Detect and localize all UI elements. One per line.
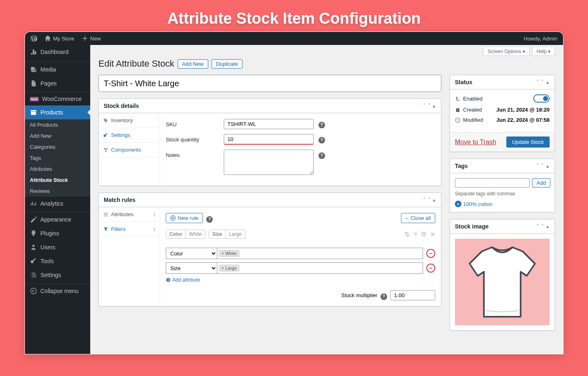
sidebar: Dashboard Media Pages wooWooCommerce Pro…: [25, 45, 90, 354]
delete-row-button[interactable]: –: [426, 264, 435, 273]
notes-input[interactable]: [224, 150, 314, 175]
user-link[interactable]: Howdy, Admin: [521, 36, 560, 42]
close-all-button[interactable]: – Close all: [401, 213, 435, 223]
qty-help-icon[interactable]: [318, 137, 325, 143]
sidebar-collapse[interactable]: Collapse menu: [25, 284, 90, 298]
add-new-button[interactable]: Add New: [178, 59, 208, 69]
rules-help-icon[interactable]: [206, 216, 213, 223]
sidebar-item-appearance[interactable]: Appearance: [25, 213, 90, 226]
sidebar-sub-all-products[interactable]: All Products: [25, 119, 90, 130]
duplicate-button[interactable]: Duplicate: [212, 59, 243, 69]
sidebar-sub-reviews[interactable]: Reviews: [25, 186, 90, 197]
analytics-icon: [30, 200, 37, 207]
wordpress-icon: [31, 35, 37, 42]
dashboard-icon: [30, 48, 37, 56]
main-content: Screen Options ▾ Help ▾ Edit Attribute S…: [90, 45, 563, 354]
tools-icon: [30, 257, 37, 265]
enabled-toggle[interactable]: [533, 94, 550, 103]
delete-row-button[interactable]: –: [426, 249, 435, 258]
sidebar-item-pages[interactable]: Pages: [25, 76, 90, 90]
page-heading: Edit Attribute Stock: [98, 58, 174, 69]
rule-summary: ColorWhite SizeLarge ⇅ ≡ ⧉ ✕: [166, 227, 435, 241]
add-attribute-button[interactable]: Add attribute: [166, 277, 435, 283]
qty-label: Stock quantity: [166, 134, 219, 143]
toggle-icon[interactable]: ▴: [432, 102, 436, 110]
copy-icon[interactable]: ⧉: [421, 231, 426, 238]
sidebar-item-tools[interactable]: Tools: [25, 254, 90, 268]
tab-settings[interactable]: Settings: [99, 128, 160, 143]
sidebar-item-media[interactable]: Media: [25, 63, 90, 76]
sidebar-item-plugins[interactable]: Plugins: [25, 226, 90, 240]
update-stock-button[interactable]: Update Stock: [506, 137, 550, 148]
notes-help-icon[interactable]: [318, 152, 325, 159]
stock-details-title: Stock details: [104, 103, 139, 109]
media-icon: [30, 66, 37, 73]
stock-image[interactable]: [455, 239, 550, 325]
move-up-icon[interactable]: ˄: [422, 196, 426, 204]
sidebar-item-users[interactable]: Users: [25, 240, 90, 254]
help-button[interactable]: Help ▾: [532, 47, 555, 56]
app-frame: My Store New Howdy, Admin Dashboard Medi…: [24, 31, 564, 354]
tab-inventory[interactable]: Inventory: [99, 113, 160, 128]
admin-bar: My Store New Howdy, Admin: [25, 32, 563, 45]
sku-label: SKU: [166, 119, 219, 128]
tab-filters[interactable]: Filters1: [99, 222, 160, 237]
calendar-icon: [455, 107, 461, 113]
move-up-icon[interactable]: ˄: [422, 102, 426, 110]
match-rules-title: Match rules: [104, 197, 136, 203]
woo-icon: woo: [30, 97, 39, 101]
move-down-icon[interactable]: ˅: [427, 102, 431, 110]
home-icon: [45, 35, 51, 42]
tag-input-size[interactable]: × Large: [217, 262, 423, 274]
tags-input[interactable]: [455, 178, 530, 188]
new-rule-button[interactable]: New rule: [166, 213, 203, 223]
collapse-icon: [30, 287, 37, 295]
toggle-icon[interactable]: ▴: [432, 196, 436, 204]
attr-select-size[interactable]: Size: [166, 262, 217, 274]
move-down-icon[interactable]: ˅: [427, 196, 431, 204]
users-icon: [30, 244, 37, 251]
rule-row: Size × Large –: [166, 262, 435, 274]
sidebar-sub-categories[interactable]: Categories: [25, 141, 90, 152]
tag-input-color[interactable]: × White: [217, 248, 423, 259]
tag-icon: [103, 118, 109, 123]
components-icon: [103, 147, 109, 153]
new-link[interactable]: New: [79, 35, 103, 42]
qty-input[interactable]: [224, 134, 314, 145]
menu-icon[interactable]: ≡: [414, 231, 417, 238]
add-tag-button[interactable]: Add: [532, 178, 550, 188]
sidebar-item-settings[interactable]: Settings: [25, 268, 90, 282]
tag-chip: ✕100% cotton: [455, 201, 550, 207]
sku-input[interactable]: [224, 119, 314, 129]
sidebar-item-woocommerce[interactable]: wooWooCommerce: [25, 92, 90, 105]
sidebar-sub-tags[interactable]: Tags: [25, 152, 90, 163]
sidebar-sub-attribute-stock[interactable]: Attribute Stock: [25, 175, 90, 186]
remove-tag-icon[interactable]: ✕: [455, 201, 461, 207]
tab-attributes[interactable]: Attributes1: [99, 207, 160, 222]
appearance-icon: [30, 216, 37, 223]
sidebar-sub-add-new[interactable]: Add New: [25, 130, 90, 141]
attr-select-color[interactable]: Color: [166, 248, 217, 259]
sidebar-item-products[interactable]: Products: [25, 105, 90, 119]
multiplier-input[interactable]: [390, 290, 435, 300]
sidebar-submenu-products: All Products Add New Categories Tags Att…: [25, 119, 90, 197]
sku-help-icon[interactable]: [318, 121, 325, 128]
screen-options-button[interactable]: Screen Options ▾: [483, 47, 530, 56]
sidebar-item-analytics[interactable]: Analytics: [25, 197, 90, 210]
close-icon[interactable]: ✕: [430, 231, 435, 238]
tab-components[interactable]: Components: [99, 143, 160, 157]
filter-icon: [103, 226, 109, 232]
site-link[interactable]: My Store: [42, 35, 77, 42]
multiplier-label: Stock multiplier: [341, 292, 377, 298]
status-box: Status˄˅▴ Enabled CreatedJun 21, 2024 @ …: [450, 75, 555, 152]
list-icon: [103, 212, 109, 217]
move-to-trash-link[interactable]: Move to Trash: [455, 139, 496, 146]
wp-logo[interactable]: [28, 35, 40, 42]
wrench-icon: [103, 132, 109, 138]
title-input[interactable]: [98, 75, 441, 92]
multiplier-help-icon[interactable]: [381, 293, 387, 300]
sidebar-item-dashboard[interactable]: Dashboard: [25, 45, 90, 59]
sidebar-sub-attributes[interactable]: Attributes: [25, 163, 90, 175]
sort-icon[interactable]: ⇅: [404, 231, 410, 238]
stock-image-title: Stock image: [455, 223, 488, 230]
